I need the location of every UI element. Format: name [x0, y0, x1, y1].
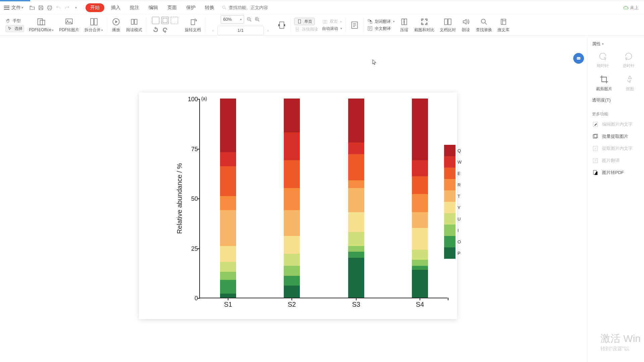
- pdf-to-office-button[interactable]: PDF转Office▾: [26, 16, 56, 35]
- crop-rect-2[interactable]: [161, 17, 169, 24]
- continuous-icon: [294, 26, 300, 32]
- y-axis-label: Relative abundance / %: [176, 163, 183, 234]
- compress-button[interactable]: 压缩: [397, 16, 412, 35]
- svg-rect-25: [501, 19, 506, 24]
- svg-rect-22: [444, 19, 447, 24]
- rotate-doc-button[interactable]: 旋转文档: [182, 16, 204, 35]
- menu-bar: 文件 ▾ ▾ 开始 插入 批注 编辑 页面 保护 转换 未上: [0, 1, 644, 14]
- transparency-label[interactable]: 透明度(T): [587, 95, 644, 105]
- pdf-to-image-button[interactable]: PDF转图片: [56, 16, 82, 35]
- select-tool[interactable]: 选择: [5, 25, 24, 32]
- edit-image-text-button[interactable]: 编辑图片内文字: [587, 118, 644, 130]
- zoom-out-icon[interactable]: [246, 16, 252, 22]
- compress-icon: [399, 17, 409, 26]
- split-merge-icon: [89, 17, 99, 26]
- svg-text:A: A: [594, 147, 596, 150]
- crop-rect-1[interactable]: [152, 17, 159, 24]
- read-mode-button[interactable]: 阅读模式: [123, 16, 145, 35]
- crop-tools-row: [150, 17, 180, 24]
- open-folder-icon[interactable]: [28, 3, 37, 12]
- tab-page[interactable]: 页面: [163, 5, 181, 11]
- rotate-ccw-button[interactable]: 逆时针: [623, 51, 635, 69]
- play-button[interactable]: 播放: [109, 16, 123, 35]
- image-pdf-icon: [592, 169, 599, 176]
- fit-page-icon: [277, 20, 286, 30]
- rotate-ccw-icon[interactable]: [152, 26, 159, 34]
- batch-extract-button[interactable]: 批量提取图片: [587, 130, 644, 142]
- hamburger-icon[interactable]: [3, 4, 11, 12]
- continuous-mode[interactable]: 连续阅读: [294, 26, 318, 32]
- crop-image-button[interactable]: 裁剪图片: [596, 74, 612, 92]
- search-icon: [479, 17, 489, 26]
- single-page-icon: [297, 18, 303, 24]
- properties-panel: 属性▾ 顺时针 逆时针 裁剪图片 抠图 透明度(T) 更多功能 编辑图片内文字 …: [587, 36, 644, 362]
- auto-scroll-mode[interactable]: 自动滚动▾: [322, 26, 342, 32]
- compare-icon: [443, 17, 452, 26]
- tab-annotate[interactable]: 批注: [125, 5, 144, 11]
- book-icon: [129, 17, 139, 26]
- svg-point-0: [223, 6, 225, 9]
- page-input[interactable]: [217, 26, 264, 35]
- svg-rect-23: [448, 19, 451, 24]
- svg-rect-11: [280, 22, 284, 28]
- search-lib-button[interactable]: 搜文库: [495, 16, 512, 35]
- next-page-icon[interactable]: ›: [264, 26, 272, 35]
- prev-page-icon[interactable]: ‹: [209, 26, 217, 35]
- rotate-tools-row: [150, 26, 180, 34]
- more-features-title: 更多功能: [587, 105, 644, 118]
- ocr-icon: A: [592, 145, 599, 152]
- adjust-layout-button[interactable]: [347, 16, 362, 35]
- screenshot-compare-button[interactable]: 截图和对比: [412, 16, 437, 35]
- properties-title[interactable]: 属性▾: [587, 38, 644, 49]
- toolbar: 手型 选择 PDF转Office▾ PDF转图片 拆分合并▾ 播放 阅读模式: [0, 14, 644, 36]
- save-icon[interactable]: [37, 3, 45, 12]
- file-menu[interactable]: 文件: [11, 5, 21, 11]
- crop-icon: [599, 74, 609, 85]
- search-box[interactable]: [222, 5, 289, 10]
- search-icon: [222, 5, 227, 10]
- edit-text-icon: [592, 121, 599, 128]
- hand-icon: [5, 18, 11, 23]
- document-viewport[interactable]: (a) Relative abundance / % 0255075100S1S…: [0, 36, 644, 362]
- fit-page-button[interactable]: [274, 16, 289, 35]
- play-icon: [111, 17, 121, 26]
- zoom-select[interactable]: 60%▾: [221, 15, 244, 24]
- svg-rect-16: [325, 20, 327, 23]
- cutout-button[interactable]: 抠图: [625, 74, 635, 92]
- dropdown-caret-icon[interactable]: ▾: [71, 3, 80, 12]
- double-page-mode[interactable]: 双页▾: [322, 19, 342, 25]
- svg-rect-18: [368, 19, 370, 21]
- hand-tool[interactable]: 手型: [5, 18, 24, 24]
- image-translate-button[interactable]: 图片翻译: [587, 155, 644, 167]
- pdf-office-icon: [37, 17, 46, 26]
- rotate-cw-button[interactable]: 顺时针: [597, 51, 609, 69]
- search-input[interactable]: [229, 5, 289, 10]
- full-translate-button[interactable]: 全文翻译: [367, 25, 391, 32]
- image-translate-icon: [592, 157, 599, 164]
- svg-rect-26: [577, 57, 581, 60]
- cursor-icon: [7, 26, 12, 31]
- print-icon[interactable]: [45, 3, 54, 12]
- doc-compare-button[interactable]: 文档比对: [437, 16, 459, 35]
- read-aloud-button[interactable]: 朗读: [459, 16, 473, 35]
- split-merge-button[interactable]: 拆分合并▾: [82, 16, 106, 35]
- tab-start[interactable]: 开始: [86, 3, 104, 12]
- tab-protect[interactable]: 保护: [181, 5, 200, 11]
- assistant-badge-icon[interactable]: [573, 53, 584, 64]
- find-replace-button[interactable]: 查找替换: [473, 16, 495, 35]
- svg-point-28: [579, 58, 580, 59]
- tab-insert[interactable]: 插入: [106, 5, 125, 11]
- single-page-mode[interactable]: 单页: [294, 18, 315, 25]
- chevron-down-icon[interactable]: ▾: [21, 6, 23, 9]
- crop-rect-3[interactable]: [171, 17, 178, 24]
- undo-icon[interactable]: [54, 3, 63, 12]
- extract-text-button[interactable]: A 提取图片内文字: [587, 142, 644, 155]
- image-to-pdf-button[interactable]: 图片转PDF: [587, 167, 644, 179]
- tab-convert[interactable]: 转换: [200, 5, 219, 11]
- word-translate-button[interactable]: 划词翻译▾: [367, 18, 395, 24]
- sync-status[interactable]: 未上: [623, 5, 639, 11]
- redo-icon[interactable]: [63, 3, 71, 12]
- tab-edit[interactable]: 编辑: [144, 5, 163, 11]
- zoom-in-icon[interactable]: [254, 16, 260, 22]
- rotate-cw-icon[interactable]: [161, 26, 169, 34]
